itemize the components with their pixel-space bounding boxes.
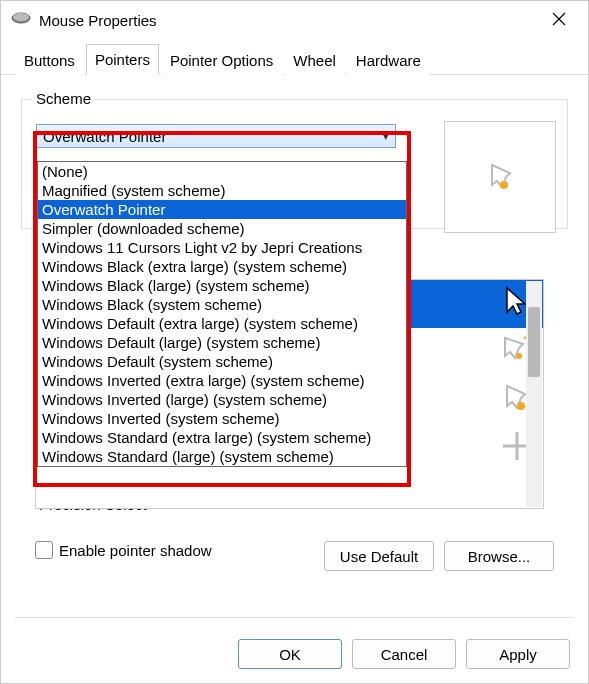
window-title: Mouse Properties xyxy=(39,12,157,29)
scheme-option[interactable]: Simpler (downloaded scheme) xyxy=(38,219,406,238)
scheme-option[interactable]: Windows Default (system scheme) xyxy=(38,352,406,371)
scheme-option[interactable]: Magnified (system scheme) xyxy=(38,181,406,200)
close-button[interactable] xyxy=(542,6,576,35)
scheme-option[interactable]: Windows Default (large) (system scheme) xyxy=(38,333,406,352)
scheme-option[interactable]: Windows Standard (extra large) (system s… xyxy=(38,428,406,447)
scroll-thumb[interactable] xyxy=(528,307,540,377)
scheme-label: Scheme xyxy=(32,90,95,107)
scheme-option[interactable]: Windows Inverted (extra large) (system s… xyxy=(38,371,406,390)
browse-button[interactable]: Browse... xyxy=(444,541,554,571)
pointer-shadow-row: Enable pointer shadow xyxy=(35,541,212,559)
scheme-option[interactable]: Windows Black (extra large) (system sche… xyxy=(38,257,406,276)
mouse-icon xyxy=(11,11,31,29)
tab-hardware[interactable]: Hardware xyxy=(347,45,430,75)
scheme-option[interactable]: Windows Default (extra large) (system sc… xyxy=(38,314,406,333)
scheme-option[interactable]: Windows Black (system scheme) xyxy=(38,295,406,314)
svg-point-2 xyxy=(500,181,508,189)
scheme-option[interactable]: Overwatch Pointer xyxy=(38,200,406,219)
scheme-option[interactable]: (None) xyxy=(38,162,406,181)
svg-point-5 xyxy=(517,402,525,410)
tab-pointer-options[interactable]: Pointer Options xyxy=(161,45,282,75)
tab-pointers[interactable]: Pointers xyxy=(86,44,159,75)
scheme-option[interactable]: Windows Inverted (large) (system scheme) xyxy=(38,390,406,409)
pointer-shadow-checkbox[interactable] xyxy=(35,541,53,559)
scheme-dropdown-list[interactable]: (None) Magnified (system scheme) Overwat… xyxy=(37,161,407,467)
svg-point-1 xyxy=(13,13,29,21)
scheme-option[interactable]: Windows Standard (large) (system scheme) xyxy=(38,447,406,466)
use-default-button[interactable]: Use Default xyxy=(324,541,434,571)
ok-button[interactable]: OK xyxy=(238,639,342,669)
scheme-option[interactable]: Windows Black (large) (system scheme) xyxy=(38,276,406,295)
apply-button[interactable]: Apply xyxy=(466,639,570,669)
tab-buttons[interactable]: Buttons xyxy=(15,45,84,75)
chevron-down-icon: ▾ xyxy=(383,130,389,143)
scheme-combobox[interactable]: Overwatch Pointer ▾ xyxy=(36,124,396,148)
tab-wheel[interactable]: Wheel xyxy=(284,45,345,75)
divider xyxy=(15,617,574,618)
svg-point-3 xyxy=(516,353,522,359)
dialog-buttons: OK Cancel Apply xyxy=(238,639,570,669)
scheme-option[interactable]: Windows 11 Cursors Light v2 by Jepri Cre… xyxy=(38,238,406,257)
cancel-button[interactable]: Cancel xyxy=(352,639,456,669)
scheme-selected-text: Overwatch Pointer xyxy=(43,128,166,145)
tab-bar: Buttons Pointers Pointer Options Wheel H… xyxy=(1,39,588,75)
scheme-option[interactable]: Windows Inverted (system scheme) xyxy=(38,409,406,428)
pointer-shadow-label: Enable pointer shadow xyxy=(59,542,212,559)
titlebar: Mouse Properties xyxy=(1,1,588,39)
mouse-properties-window: Mouse Properties Buttons Pointers Pointe… xyxy=(0,0,589,684)
listbox-scrollbar[interactable] xyxy=(526,281,542,507)
cursor-preview xyxy=(444,121,556,233)
